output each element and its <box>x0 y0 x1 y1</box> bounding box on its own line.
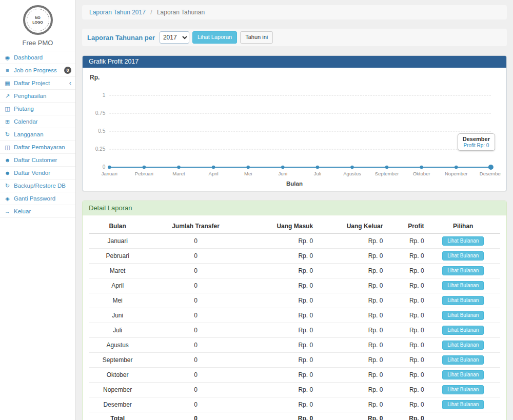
table-cell: Rp. 0 <box>245 353 315 368</box>
table-cell: Rp. 0 <box>315 278 385 293</box>
sidebar-item-job-on-progress[interactable]: ≡Job on Progress0 <box>0 64 75 77</box>
svg-text:0.75: 0.75 <box>95 110 106 116</box>
year-select[interactable]: 2017 <box>160 31 189 44</box>
table-cell: Rp. 0 <box>245 368 315 383</box>
lihat-bulanan-button[interactable]: Lihat Bulanan <box>442 251 484 261</box>
total-cell: 0 <box>146 412 245 420</box>
chart-panel-title: Grafik Profit 2017 <box>83 56 506 68</box>
sidebar-item-label: Job on Progress <box>14 67 57 74</box>
vendors-icon: ☻ <box>4 169 11 176</box>
sidebar-menu: ◉Dashboard≡Job on Progress0▦Daftar Proje… <box>0 51 75 218</box>
action-cell: Lihat Bulanan <box>426 249 500 264</box>
action-cell: Lihat Bulanan <box>426 278 500 293</box>
sidebar-item-label: Daftar Customer <box>14 156 57 164</box>
table-cell: Juli <box>89 323 146 338</box>
profit-line-chart[interactable]: 00.250.50.751JanuariPebruariMaretAprilMe… <box>88 80 501 181</box>
table-cell: April <box>89 278 146 293</box>
sidebar-item-langganan[interactable]: ↻Langganan <box>0 128 75 141</box>
svg-text:0: 0 <box>103 164 106 170</box>
table-cell: Rp. 0 <box>245 383 315 397</box>
table-cell: 0 <box>146 233 245 249</box>
table-cell: 0 <box>146 323 245 338</box>
table-cell: Rp. 0 <box>245 338 315 353</box>
table-cell: Rp. 0 <box>385 308 426 323</box>
y-axis-unit-label: Rp. <box>90 74 100 81</box>
lihat-bulanan-button[interactable]: Lihat Bulanan <box>442 385 484 394</box>
lihat-bulanan-button[interactable]: Lihat Bulanan <box>442 400 484 409</box>
lihat-laporan-button[interactable]: Lihat Laporan <box>192 31 237 43</box>
table-row: Juni0Rp. 0Rp. 0Rp. 0Lihat Bulanan <box>89 308 500 323</box>
lihat-bulanan-button[interactable]: Lihat Bulanan <box>442 341 484 350</box>
table-cell: Rp. 0 <box>245 308 315 323</box>
logo-image: NO LOGO <box>23 5 53 35</box>
table-cell: 0 <box>146 264 245 278</box>
sidebar-item-label: Dashboard <box>14 54 43 61</box>
breadcrumb-current: Laporan Tahunan <box>157 9 205 16</box>
lihat-bulanan-button[interactable]: Lihat Bulanan <box>442 281 484 290</box>
calendar-icon: ⊞ <box>4 118 11 125</box>
detail-report-panel: Detail Laporan BulanJumlah TransferUang … <box>82 201 507 420</box>
column-header: Profit <box>385 219 426 233</box>
table-cell: Rp. 0 <box>315 293 385 308</box>
sidebar-item-daftar-pembayaran[interactable]: ◫Daftar Pembayaran <box>0 141 75 154</box>
table-cell: Rp. 0 <box>385 293 426 308</box>
table-cell: Rp. 0 <box>385 323 426 338</box>
total-empty-cell <box>426 412 500 420</box>
x-axis-title: Bulan <box>88 181 501 187</box>
svg-text:Maret: Maret <box>172 171 185 176</box>
svg-text:0.25: 0.25 <box>95 146 106 152</box>
svg-text:Juli: Juli <box>314 171 321 176</box>
table-cell: 0 <box>146 397 245 412</box>
main-content: Laporan Tahun 2017 / Laporan Tahunan Lap… <box>76 0 513 420</box>
tahun-ini-button[interactable]: Tahun ini <box>240 31 273 43</box>
tooltip-value: Profit Rp: 0 <box>463 143 490 148</box>
column-header: Jumlah Transfer <box>146 219 245 233</box>
sidebar-item-piutang[interactable]: ◫Piutang <box>0 103 75 115</box>
monthly-report-table: BulanJumlah TransferUang MasukUang Kelua… <box>89 219 500 420</box>
table-cell: Rp. 0 <box>245 278 315 293</box>
lihat-bulanan-button[interactable]: Lihat Bulanan <box>442 355 484 365</box>
table-row: Januari0Rp. 0Rp. 0Rp. 0Lihat Bulanan <box>89 233 500 249</box>
sidebar-item-daftar-vendor[interactable]: ☻Daftar Vendor <box>0 167 75 179</box>
svg-text:Mei: Mei <box>244 171 252 176</box>
sidebar-item-daftar-project[interactable]: ▦Daftar Project‹ <box>0 77 75 90</box>
sidebar-item-calendar[interactable]: ⊞Calendar <box>0 115 75 128</box>
sidebar-item-penghasilan[interactable]: ↗Penghasilan <box>0 90 75 103</box>
sidebar-item-backup-restore-db[interactable]: ↻Backup/Restore DB <box>0 179 75 192</box>
sidebar-item-label: Penghasilan <box>14 92 46 99</box>
table-cell: Rp. 0 <box>385 368 426 383</box>
table-cell: Mei <box>89 293 146 308</box>
table-cell: 0 <box>146 338 245 353</box>
table-cell: 0 <box>146 308 245 323</box>
lihat-bulanan-button[interactable]: Lihat Bulanan <box>442 370 484 379</box>
chart-body: Rp. 00.250.50.751JanuariPebruariMaretApr… <box>83 68 506 191</box>
table-cell: Rp. 0 <box>315 338 385 353</box>
sidebar: NO LOGO Free PMO ◉Dashboard≡Job on Progr… <box>0 0 76 420</box>
breadcrumb-link[interactable]: Laporan Tahun 2017 <box>89 9 146 16</box>
table-row: Agustus0Rp. 0Rp. 0Rp. 0Lihat Bulanan <box>89 338 500 353</box>
sidebar-item-dashboard[interactable]: ◉Dashboard <box>0 51 75 64</box>
table-row: Juli0Rp. 0Rp. 0Rp. 0Lihat Bulanan <box>89 323 500 338</box>
line-chart-icon: ↗ <box>4 92 11 99</box>
sidebar-item-label: Daftar Project <box>14 79 50 87</box>
sidebar-item-daftar-customer[interactable]: ☻Daftar Customer <box>0 154 75 167</box>
sidebar-item-keluar[interactable]: →Keluar <box>0 205 75 218</box>
svg-text:1: 1 <box>103 92 106 98</box>
table-row: Pebruari0Rp. 0Rp. 0Rp. 0Lihat Bulanan <box>89 249 500 264</box>
database-refresh-icon: ↻ <box>4 182 11 189</box>
sidebar-item-ganti-password[interactable]: ◈Ganti Password <box>0 192 75 205</box>
action-cell: Lihat Bulanan <box>426 308 500 323</box>
app-wrapper: NO LOGO Free PMO ◉Dashboard≡Job on Progr… <box>0 0 513 420</box>
action-cell: Lihat Bulanan <box>426 353 500 368</box>
lihat-bulanan-button[interactable]: Lihat Bulanan <box>442 296 484 305</box>
lihat-bulanan-button[interactable]: Lihat Bulanan <box>442 236 484 246</box>
lihat-bulanan-button[interactable]: Lihat Bulanan <box>442 266 484 275</box>
svg-text:Juni: Juni <box>279 171 288 176</box>
table-cell: Rp. 0 <box>385 353 426 368</box>
table-cell: Nopember <box>89 383 146 397</box>
lihat-bulanan-button[interactable]: Lihat Bulanan <box>442 326 484 335</box>
table-cell: Rp. 0 <box>315 397 385 412</box>
lihat-bulanan-button[interactable]: Lihat Bulanan <box>442 311 484 320</box>
table-cell: 0 <box>146 383 245 397</box>
tasks-icon: ≡ <box>4 67 11 74</box>
